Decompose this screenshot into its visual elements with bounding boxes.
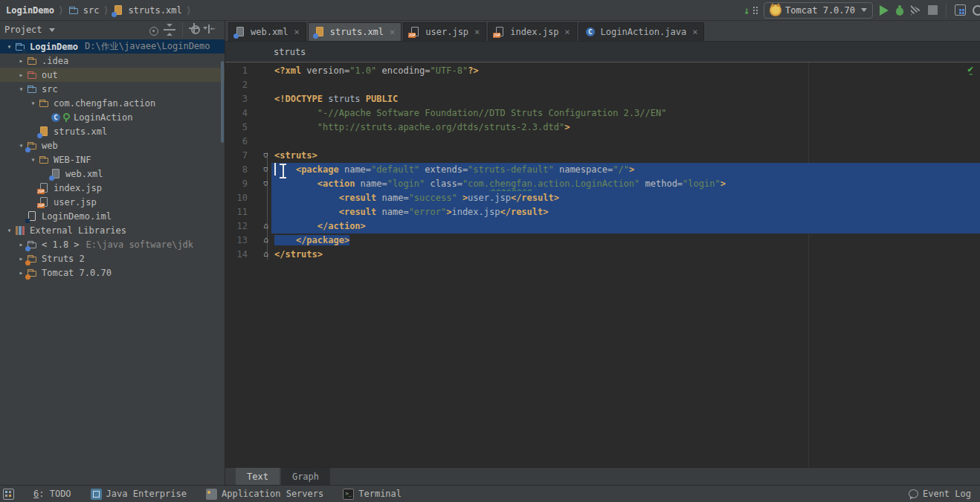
tree-collapsed-arrow-icon[interactable]: ▸ [16,57,26,65]
close-icon[interactable]: × [390,27,395,37]
gear-icon[interactable] [189,23,202,36]
tab-loginaction-java[interactable]: LoginAction.java× [578,22,705,41]
tree-expanded-arrow-icon[interactable]: ▾ [4,42,14,51]
tree-item-index-jsp[interactable]: JSPindex.jsp [0,181,225,195]
code-line-text[interactable]: "-//Apache Software Foundation//DTD Stru… [271,106,980,120]
locate-icon[interactable] [149,27,158,36]
code-line-text[interactable]: </struts> [271,248,980,262]
fold-end-icon[interactable]: ⌂ [262,222,270,231]
statusbar-item-6-todo[interactable]: 6: TODO [33,489,71,499]
code-line-text[interactable]: <struts> [271,149,980,163]
tree-item-external-libraries[interactable]: ▾External Libraries [0,223,225,237]
code-line-6[interactable]: 6 [225,135,980,149]
code-line-12[interactable]: 12⌂ </action> [225,219,980,234]
fold-start-icon[interactable]: ⌂ [262,179,270,188]
project-structure-icon[interactable] [955,4,966,16]
fold-end-icon[interactable]: ⌂ [262,236,270,245]
tree-item-src[interactable]: ▾src [0,82,225,96]
project-panel-title[interactable]: Project [4,25,42,35]
code-line-3[interactable]: 3<!DOCTYPE struts PUBLIC [225,92,980,106]
view-tab-graph[interactable]: Graph [281,468,330,485]
tree-item-com-chengfan-action[interactable]: ▾com.chengfan.action [0,96,225,110]
tree-expanded-arrow-icon[interactable]: ▾ [28,155,38,164]
code-editor[interactable]: 1<?xml version="1.0" encoding="UTF-8"?>2… [225,62,980,467]
code-line-text[interactable] [271,135,980,149]
statusbar-item-application-servers[interactable]: Application Servers [206,489,323,500]
run-configuration-selector[interactable]: Tomcat 7.0.70 [764,2,873,19]
run-with-coverage-button[interactable] [911,5,921,16]
tab-struts-xml[interactable]: struts.xml× [308,22,402,41]
stop-button[interactable] [928,5,938,15]
fold-start-icon[interactable]: ⌂ [262,151,270,160]
tree-item-struts-xml[interactable]: struts.xml [0,124,225,138]
code-line-5[interactable]: 5 "http://struts.apache.org/dtds/struts-… [225,120,980,135]
tree-expanded-arrow-icon[interactable]: ▾ [28,99,38,107]
inspection-ok-icon[interactable]: ✔~ [967,65,973,80]
code-line-text[interactable]: <package name="default" extends="struts-… [271,163,980,177]
code-line-7[interactable]: 7⌂<struts> [225,149,980,163]
code-line-text[interactable]: <?xml version="1.0" encoding="UTF-8"?> [271,64,980,78]
code-line-1[interactable]: 1<?xml version="1.0" encoding="UTF-8"?> [225,64,980,78]
view-tab-text[interactable]: Text [236,468,280,485]
tab-user-jsp[interactable]: JSPuser.jsp× [403,22,486,41]
hide-panel-icon[interactable] [207,23,220,36]
search-everywhere-icon[interactable] [973,5,980,16]
code-line-text[interactable]: <result name="error">index.jsp</result> [271,205,980,219]
tree-expanded-arrow-icon[interactable]: ▾ [4,226,14,234]
tree-collapsed-arrow-icon[interactable]: ▸ [16,254,26,263]
debug-button[interactable] [895,5,904,16]
run-button[interactable] [880,5,889,16]
tree-item-user-jsp[interactable]: JSPuser.jsp [0,195,225,209]
fold-end-icon[interactable]: ⌂ [262,250,270,259]
close-icon[interactable]: × [692,27,697,37]
tree-expanded-arrow-icon[interactable]: ▾ [16,141,26,149]
statusbar-event-log[interactable]: Event Log [909,489,971,499]
update-running-application-icon[interactable] [744,4,757,16]
code-line-text[interactable] [271,78,980,92]
code-line-11[interactable]: 11 <result name="error">index.jsp</resul… [225,205,980,219]
code-line-text[interactable]: </action> [271,219,980,234]
breadcrumb-item-struts-xml[interactable]: struts.xml [112,4,181,16]
tree-item-web-xml[interactable]: web.xml [0,167,225,181]
tree-collapsed-arrow-icon[interactable]: ▸ [16,240,26,248]
tree-collapsed-arrow-icon[interactable]: ▸ [16,268,26,277]
statusbar-item-terminal[interactable]: >_Terminal [343,489,402,500]
code-line-2[interactable]: 2 [225,78,980,92]
breadcrumb-item-logindemo[interactable]: LoginDemo [6,5,54,16]
code-line-text[interactable]: <result name="success" >user.jsp</result… [271,191,980,205]
chevron-down-icon[interactable] [49,28,55,32]
editor-breadcrumb-item[interactable]: struts [274,47,306,57]
project-scrollbar[interactable] [221,61,224,143]
tree-item-logindemo[interactable]: ▾LoginDemoD:\作业\javaee\LoginDemo [0,39,225,54]
statusbar-item-toolwindow-quick-access[interactable] [3,489,14,500]
tree-collapsed-arrow-icon[interactable]: ▸ [16,71,26,79]
tree-item--idea[interactable]: ▸.idea [0,54,225,68]
breadcrumb-item-src[interactable]: src [68,4,100,16]
tab-index-jsp[interactable]: JSPindex.jsp× [488,22,576,41]
code-line-10[interactable]: 10 <result name="success" >user.jsp</res… [225,191,980,205]
tree-item-tomcat-7-0-70[interactable]: ▸Tomcat 7.0.70 [0,266,225,280]
code-line-text[interactable]: <!DOCTYPE struts PUBLIC [271,92,980,106]
tree-item-logindemo-iml[interactable]: LoginDemo.iml [0,209,225,223]
close-icon[interactable]: × [564,27,570,37]
code-line-text[interactable]: </package> [271,234,980,248]
code-line-4[interactable]: 4 "-//Apache Software Foundation//DTD St… [225,106,980,120]
collapse-all-icon[interactable] [163,23,176,36]
statusbar-item-java-enterprise[interactable]: Java Enterprise [91,489,187,500]
tree-item-web[interactable]: ▾web [0,138,225,152]
code-line-8[interactable]: 8⌂ <package name="default" extends="stru… [225,163,980,177]
code-line-9[interactable]: 9⌂ <action name="login" class="com.cheng… [225,177,980,191]
code-line-text[interactable]: <action name="login" class="com.chengfan… [271,177,980,191]
code-line-13[interactable]: 13⌂ </package> [225,234,980,248]
tree-item-loginaction[interactable]: LoginAction [0,110,225,124]
code-line-14[interactable]: 14⌂</struts> [225,248,980,262]
close-icon[interactable]: × [294,27,300,37]
tab-web-xml[interactable]: web.xml× [228,22,306,41]
code-line-text[interactable]: "http://struts.apache.org/dtds/struts-2.… [271,120,980,135]
tree-expanded-arrow-icon[interactable]: ▾ [16,85,26,93]
close-icon[interactable]: × [474,27,480,37]
fold-start-icon[interactable]: ⌂ [262,165,270,174]
tree-item-web-inf[interactable]: ▾WEB-INF [0,152,225,167]
tree-item-out[interactable]: ▸out [0,68,225,82]
tree-item--1-8-[interactable]: ▸< 1.8 >E:\java software\jdk [0,237,225,251]
